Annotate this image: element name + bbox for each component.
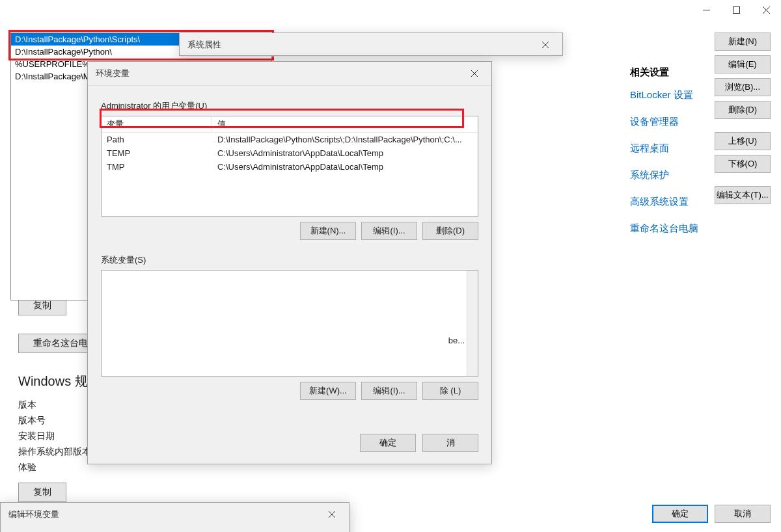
edit-path-dialog: 编辑环境变量 D:\InstallPackage\Python\Scripts\… xyxy=(0,502,349,532)
col-name[interactable]: 变量 xyxy=(102,116,212,132)
env-title: 环境变量 xyxy=(96,68,130,79)
environment-variables-dialog: 环境变量 Administrator 的用户变量(U) 变量 值 Path D:… xyxy=(87,61,492,464)
col-value[interactable]: 值 xyxy=(212,116,231,132)
user-delete-button[interactable]: 删除(D) xyxy=(422,222,478,240)
sys-props-close-button[interactable] xyxy=(536,38,555,51)
user-new-button[interactable]: 新建(N)... xyxy=(300,222,356,240)
env-close-button[interactable] xyxy=(465,67,484,80)
sys-vars-table[interactable]: be... xyxy=(101,270,478,377)
user-var-row[interactable]: TEMP C:\Users\Administrator\AppData\Loca… xyxy=(102,146,478,160)
svg-rect-1 xyxy=(733,7,739,13)
sys-new-button[interactable]: 新建(W)... xyxy=(300,382,356,400)
ok-button[interactable]: 确定 xyxy=(652,505,708,523)
user-vars-label: Administrator 的用户变量(U) xyxy=(101,100,478,112)
copy-winspecs-button[interactable]: 复制 xyxy=(18,483,66,502)
user-edit-button[interactable]: 编辑(I)... xyxy=(361,222,417,240)
delete-button[interactable]: 删除(D) xyxy=(715,101,771,119)
cancel-button[interactable]: 取消 xyxy=(715,505,771,523)
maximize-button[interactable] xyxy=(721,0,751,20)
edit-title: 编辑环境变量 xyxy=(8,509,59,520)
browse-button[interactable]: 浏览(B)... xyxy=(715,78,771,96)
close-button[interactable] xyxy=(751,0,781,20)
sys-vars-label: 系统变量(S) xyxy=(101,254,478,266)
move-up-button[interactable]: 上移(U) xyxy=(715,132,771,150)
link-rename-pc[interactable]: 重命名这台电脑 xyxy=(630,222,760,235)
user-var-row[interactable]: Path D:\InstallPackage\Python\Scripts\;D… xyxy=(102,133,478,146)
sys-edit-button[interactable]: 编辑(I)... xyxy=(361,382,417,400)
sys-delete-button[interactable]: 除 (L) xyxy=(422,382,478,400)
env-ok-button[interactable]: 确定 xyxy=(360,434,416,452)
window-chrome xyxy=(691,0,781,20)
edit-button[interactable]: 编辑(E) xyxy=(715,55,771,73)
move-down-button[interactable]: 下移(O) xyxy=(715,155,771,173)
env-cancel-button[interactable]: 消 xyxy=(422,434,478,452)
minimize-button[interactable] xyxy=(691,0,721,20)
system-properties-dialog: 系统属性 xyxy=(179,33,563,56)
edit-buttons: 新建(N) 编辑(E) 浏览(B)... 删除(D) 上移(U) 下移(O) 编… xyxy=(715,33,771,209)
edit-close-button[interactable] xyxy=(323,508,341,521)
new-button[interactable]: 新建(N) xyxy=(715,33,771,51)
user-vars-table[interactable]: 变量 值 Path D:\InstallPackage\Python\Scrip… xyxy=(101,116,478,217)
edit-text-button[interactable]: 编辑文本(T)... xyxy=(715,186,771,204)
sys-props-title: 系统属性 xyxy=(187,39,221,51)
user-var-row[interactable]: TMP C:\Users\Administrator\AppData\Local… xyxy=(102,160,478,174)
partial-text: be... xyxy=(448,336,465,345)
scrollbar[interactable] xyxy=(467,271,478,376)
